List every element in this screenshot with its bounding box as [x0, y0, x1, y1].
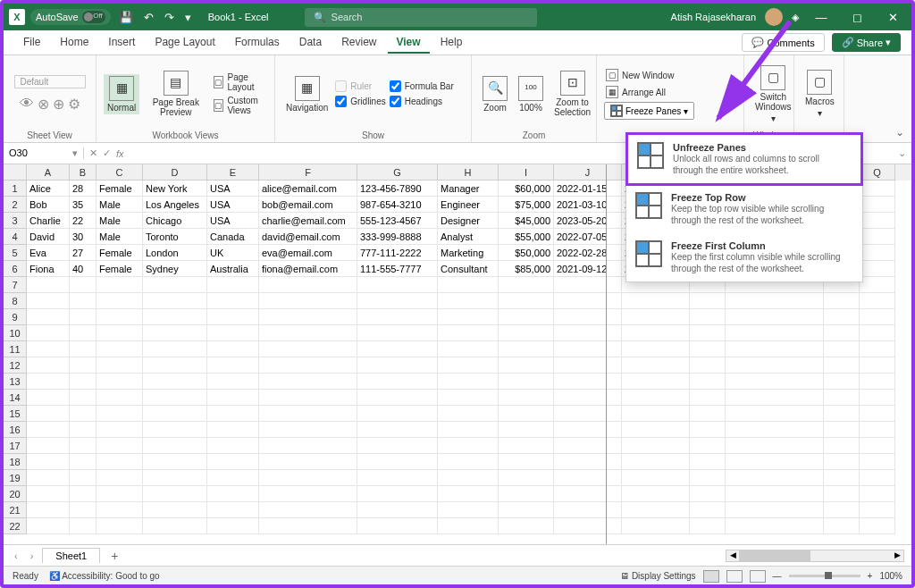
cell[interactable]: [690, 406, 726, 422]
cell[interactable]: [554, 454, 622, 470]
sheet-view-default[interactable]: Default: [14, 75, 86, 88]
cell[interactable]: [438, 390, 499, 406]
tab-insert[interactable]: Insert: [99, 32, 144, 54]
gridlines-checkbox[interactable]: Gridlines: [335, 96, 385, 107]
cell[interactable]: [726, 438, 824, 454]
zoom-button[interactable]: 🔍Zoom: [479, 74, 511, 114]
cell[interactable]: [824, 293, 860, 309]
cell[interactable]: [27, 390, 70, 406]
cell[interactable]: eva@email.com: [259, 245, 357, 261]
cell[interactable]: [143, 325, 207, 341]
cell[interactable]: [824, 325, 860, 341]
cell[interactable]: [690, 374, 726, 390]
cell[interactable]: Alice: [27, 181, 70, 197]
cell[interactable]: $45,000: [499, 213, 554, 229]
minimize-button[interactable]: —: [808, 11, 835, 24]
cell[interactable]: USA: [207, 213, 259, 229]
display-settings[interactable]: 🖥 Display Settings: [620, 571, 695, 581]
cell[interactable]: [690, 486, 726, 502]
column-header[interactable]: H: [438, 164, 499, 181]
cell[interactable]: [554, 357, 622, 374]
cell[interactable]: [438, 309, 499, 325]
cell[interactable]: [259, 454, 357, 470]
avatar[interactable]: [765, 8, 783, 26]
cell[interactable]: [726, 293, 824, 309]
cell[interactable]: [726, 454, 824, 470]
freeze-option[interactable]: Freeze Top Row Keep the top row visible …: [626, 185, 862, 233]
cell[interactable]: Eva: [27, 245, 70, 261]
tab-page-layout[interactable]: Page Layout: [146, 32, 223, 54]
page-layout-button[interactable]: ▢Page Layout: [212, 71, 267, 93]
cell[interactable]: [438, 422, 499, 438]
tab-review[interactable]: Review: [332, 32, 385, 54]
cell[interactable]: Analyst: [438, 229, 499, 245]
row-header[interactable]: 22: [4, 518, 27, 534]
cell[interactable]: [824, 374, 860, 390]
zoom-in-icon[interactable]: +: [868, 571, 873, 581]
cell[interactable]: Chicago: [143, 213, 207, 229]
cell[interactable]: [357, 518, 438, 534]
tab-data[interactable]: Data: [290, 32, 331, 54]
cell[interactable]: [824, 422, 860, 438]
cell[interactable]: 2023-05-20: [554, 213, 622, 229]
row-header[interactable]: 2: [4, 197, 27, 213]
cell[interactable]: Los Angeles: [143, 197, 207, 213]
row-header[interactable]: 13: [4, 374, 27, 390]
options-icon[interactable]: ⚙: [68, 96, 80, 113]
column-header[interactable]: F: [259, 164, 357, 181]
cell[interactable]: [499, 454, 554, 470]
ruler-checkbox[interactable]: Ruler: [335, 80, 385, 92]
cell[interactable]: [438, 357, 499, 374]
sheet-prev-icon[interactable]: ‹: [11, 550, 21, 561]
cell[interactable]: [860, 357, 895, 374]
qat-dropdown-icon[interactable]: ▾: [182, 11, 194, 24]
cell[interactable]: [554, 277, 622, 293]
cell[interactable]: Male: [97, 213, 143, 229]
cell[interactable]: [622, 357, 690, 374]
cell[interactable]: [860, 229, 895, 245]
cell[interactable]: [554, 486, 622, 502]
cell[interactable]: [690, 518, 726, 534]
cell[interactable]: [70, 486, 97, 502]
cell[interactable]: $60,000: [499, 181, 554, 197]
zoom-selection-button[interactable]: ⊡Zoom to Selection: [550, 69, 594, 119]
cell[interactable]: [860, 325, 895, 341]
cell[interactable]: [143, 390, 207, 406]
cell[interactable]: [554, 406, 622, 422]
maximize-button[interactable]: ◻: [844, 11, 870, 24]
cell[interactable]: [499, 325, 554, 341]
cell[interactable]: [207, 470, 259, 486]
cell[interactable]: [554, 341, 622, 357]
cell[interactable]: [70, 341, 97, 357]
zoom-level[interactable]: 100%: [879, 571, 902, 581]
add-sheet-button[interactable]: +: [105, 549, 123, 563]
cell[interactable]: [357, 341, 438, 357]
cell[interactable]: [97, 293, 143, 309]
row-header[interactable]: 14: [4, 390, 27, 406]
row-header[interactable]: 5: [4, 245, 27, 261]
cell[interactable]: [860, 374, 895, 390]
sheet-tab[interactable]: Sheet1: [42, 548, 100, 563]
cell[interactable]: [70, 454, 97, 470]
cell[interactable]: [622, 406, 690, 422]
cell[interactable]: [438, 406, 499, 422]
cell[interactable]: [207, 341, 259, 357]
cell[interactable]: [259, 502, 357, 518]
formula-bar-checkbox[interactable]: Formula Bar: [390, 80, 454, 92]
cell[interactable]: [726, 502, 824, 518]
cell[interactable]: [860, 293, 895, 309]
cell[interactable]: Designer: [438, 213, 499, 229]
cell[interactable]: Charlie: [27, 213, 70, 229]
cell[interactable]: [499, 309, 554, 325]
cell[interactable]: [357, 454, 438, 470]
cell[interactable]: [554, 502, 622, 518]
column-header[interactable]: E: [207, 164, 259, 181]
row-header[interactable]: 3: [4, 213, 27, 229]
cell[interactable]: [554, 390, 622, 406]
tab-file[interactable]: File: [14, 32, 49, 54]
cell[interactable]: 27: [70, 245, 97, 261]
cell[interactable]: [97, 277, 143, 293]
normal-view-icon[interactable]: [703, 570, 719, 583]
cell[interactable]: [726, 470, 824, 486]
tab-home[interactable]: Home: [51, 32, 97, 54]
